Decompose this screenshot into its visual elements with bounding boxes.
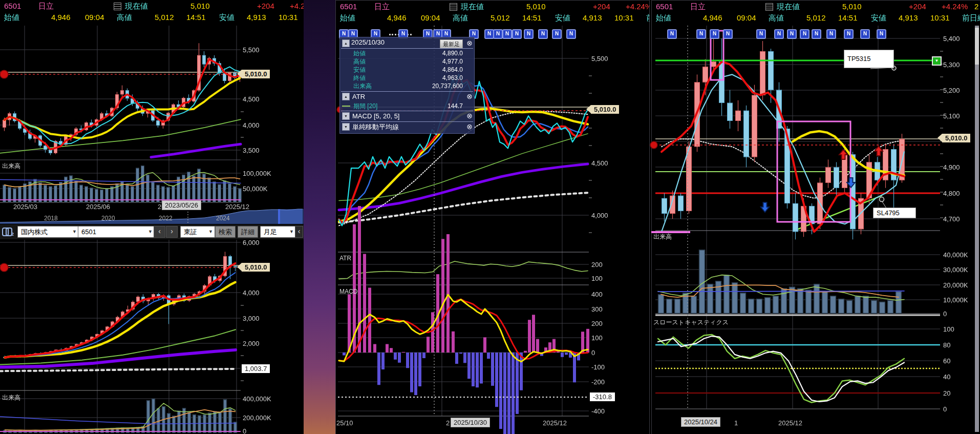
latest-bar-button[interactable]: 最新足 (440, 39, 463, 49)
axis-price: 5,100 (943, 112, 960, 120)
stock-code[interactable]: 6501 (340, 2, 357, 11)
low-value: 4,913 (247, 13, 266, 22)
clipped-text: 2 (974, 2, 978, 11)
open-value: 4,946 (51, 13, 71, 22)
atr-pane-title: ATR (339, 255, 351, 262)
prev-button[interactable]: ‹ (154, 226, 165, 238)
timeframe-select[interactable]: 月足▼ (260, 226, 296, 238)
news-marker-icon[interactable]: N (860, 29, 870, 39)
news-marker-icon[interactable]: N (696, 29, 706, 39)
volume-label: 出来高 (353, 82, 372, 90)
high-time: 14:51 (838, 13, 858, 22)
doc-icon (450, 3, 457, 11)
news-marker-icon[interactable]: N (877, 29, 886, 39)
chevron-down-icon: ▼ (72, 226, 77, 237)
news-marker-icon[interactable]: N (756, 29, 766, 39)
date-tooltip: 2023/05/26 (162, 200, 201, 210)
x-axis-label: 2 (446, 419, 450, 427)
high-value: 4,977.0 (442, 57, 463, 66)
search-button[interactable]: 検索 (215, 226, 236, 238)
axis-volume: 10,000K (943, 296, 968, 304)
low-time: 10:31 (614, 13, 634, 22)
exchange-select[interactable]: 東証▼ (180, 226, 215, 238)
stochastics-pane-title: スローストキャスティクス (653, 318, 729, 327)
axis-price: 4,500 (243, 95, 260, 103)
price-change: +204 (257, 2, 274, 10)
news-marker-icon[interactable]: N (787, 29, 797, 39)
axis-price: 5,200 (943, 87, 960, 94)
axis-macd: 0 (591, 349, 595, 357)
axis-price: 4,500 (591, 159, 608, 167)
high-value: 5,012 (155, 13, 174, 22)
axis-volume: 0 (943, 310, 947, 318)
market-select[interactable]: 国内株式▼ (17, 226, 79, 238)
news-marker-icon[interactable]: N (844, 29, 854, 39)
scrollbar[interactable] (975, 26, 979, 432)
news-marker-icon[interactable]: N (502, 29, 512, 39)
close-icon[interactable]: ⊗ (466, 39, 473, 47)
volume-value: 20,737,600 (432, 82, 463, 90)
doc-icon (765, 3, 773, 11)
stop-loss-label[interactable]: SL4795 (873, 208, 916, 218)
news-marker-icon[interactable]: N (710, 29, 719, 39)
news-marker-icon[interactable]: N (826, 29, 836, 39)
open-label: 始値 (656, 13, 671, 23)
close-icon[interactable]: ⊗ (466, 123, 473, 131)
code-input[interactable]: 6501▼ (78, 226, 155, 238)
next-button[interactable]: › (166, 226, 178, 238)
open-label: 始値 (353, 49, 366, 57)
link-icon[interactable]: 2 (2, 228, 14, 236)
date-tooltip: 2025/10/30 (451, 418, 490, 427)
news-marker-icon[interactable]: N (538, 29, 548, 39)
take-profit-line-handle[interactable]: ▼ (932, 56, 942, 66)
navigator-slider[interactable] (278, 209, 304, 224)
axis-price: 5,400 (943, 35, 960, 43)
axis-volume: 100,000K (243, 170, 271, 177)
collapse-icon[interactable]: ▲ (342, 39, 350, 47)
expand-icon[interactable]: ▼ (342, 112, 350, 120)
stock-name: 日立 (690, 2, 706, 12)
toolbar: 2 国内株式▼ 6501▼ ‹ › 東証▼ 検索 詳細 月足▼ ‹ (0, 224, 304, 239)
take-profit-label[interactable]: TP5315 (844, 50, 894, 68)
navigator-year: 2018 (44, 215, 58, 222)
stock-code[interactable]: 6501 (656, 2, 673, 11)
axis-macd: 100 (591, 334, 603, 342)
collapse-icon[interactable]: ▲ (342, 93, 350, 100)
navigator-year: 2020 (101, 215, 115, 222)
news-marker-icon[interactable]: N (667, 29, 677, 39)
chevron-down-icon: ▼ (208, 226, 213, 237)
price-change: +204 (909, 2, 926, 11)
atr-period-label: 期間 [20] (353, 102, 377, 110)
collapse-button[interactable]: ‹ (295, 226, 303, 238)
axis-macd: -400 (591, 407, 605, 415)
stock-code[interactable]: 6501 (4, 2, 21, 10)
high-label: 高値 (353, 57, 366, 66)
news-marker-icon[interactable]: N (800, 29, 809, 39)
level-badge: 1,003.7 (242, 364, 270, 373)
news-marker-icon[interactable]: N (723, 29, 733, 39)
axis-price: 6,000 (243, 239, 260, 246)
atr-line-swatch (342, 106, 350, 107)
axis-price: 2,000 (243, 340, 260, 347)
close-label: 終値 (353, 74, 366, 82)
chevron-down-icon: ▼ (289, 226, 294, 237)
scrollbar-thumb[interactable] (975, 28, 979, 65)
close-icon[interactable]: ⊗ (466, 112, 473, 120)
news-marker-icon[interactable]: N (493, 29, 503, 39)
news-marker-icon[interactable]: N (524, 29, 534, 39)
high-value: 5,012 (806, 13, 826, 22)
current-price-badge: 5,010.0 (242, 70, 270, 78)
news-marker-icon[interactable]: N (566, 29, 576, 39)
detail-button[interactable]: 詳細 (238, 226, 258, 238)
news-marker-icon[interactable]: N (512, 29, 522, 39)
axis-macd: 300 (591, 305, 603, 313)
news-marker-icon[interactable]: N (812, 29, 821, 39)
atr-value: 144.7 (448, 102, 463, 110)
expand-icon[interactable]: ▼ (342, 123, 350, 131)
x-axis-label: 2025/12 (543, 419, 567, 427)
news-marker-icon[interactable]: N (774, 29, 784, 39)
high-label: 高値 (769, 13, 784, 23)
close-icon[interactable]: ⊗ (466, 93, 473, 100)
news-marker-icon[interactable]: N (552, 29, 562, 39)
chart-canvas[interactable] (0, 0, 980, 434)
